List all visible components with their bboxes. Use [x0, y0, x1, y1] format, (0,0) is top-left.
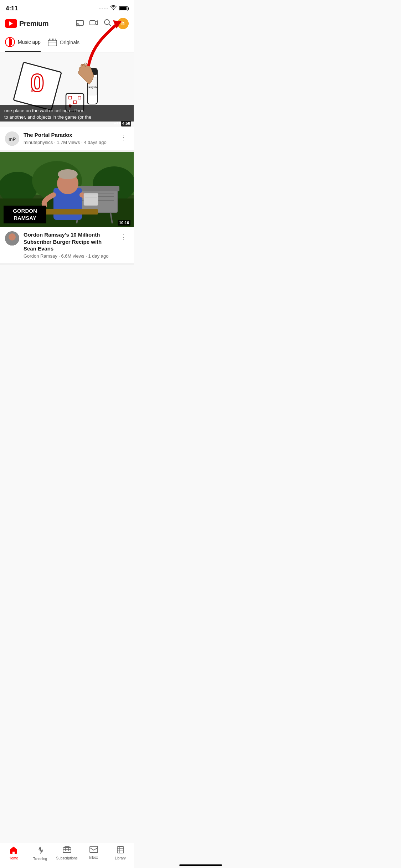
- originals-clapboard-icon: [48, 38, 57, 46]
- svg-text:10:16: 10:16: [119, 221, 129, 225]
- search-button[interactable]: [104, 19, 112, 28]
- tabs-row: Music app Originals: [0, 33, 134, 52]
- wifi-icon: [110, 5, 117, 12]
- svg-point-1: [76, 26, 77, 27]
- music-app-icon: [5, 37, 15, 47]
- app-title: Premium: [19, 20, 48, 28]
- minutephysics-avatar: mP: [5, 131, 19, 146]
- svg-rect-2: [90, 21, 95, 25]
- svg-text:mP: mP: [9, 136, 16, 142]
- svg-point-10: [31, 89, 34, 92]
- status-bar: 4:11: [0, 0, 134, 15]
- video-views-2: 6.6M views: [61, 253, 84, 259]
- user-avatar[interactable]: h: [117, 18, 129, 29]
- video-info-2: Gordon Ramsay's 10 Millionth Subscriber …: [24, 231, 114, 259]
- header-actions: h: [76, 18, 129, 29]
- tab-music-app[interactable]: Music app: [5, 33, 41, 52]
- channel-name-1: minutephysics: [24, 140, 53, 145]
- video-views-1: 1.7M views: [57, 140, 80, 145]
- svg-text:RAMSAY: RAMSAY: [14, 215, 36, 221]
- svg-point-41: [58, 169, 78, 179]
- video-thumbnail-2[interactable]: GORDON RAMSAY 10:16: [0, 152, 134, 227]
- youtube-logo: Premium: [5, 19, 76, 28]
- svg-text:to another, and objects in the: to another, and objects in the game (or …: [4, 114, 91, 120]
- svg-rect-53: [7, 241, 17, 246]
- tab-originals-label: Originals: [60, 40, 79, 45]
- video-age-1: 4 days ago: [84, 140, 107, 145]
- svg-rect-21: [119, 122, 121, 124]
- svg-rect-19: [114, 123, 116, 124]
- drawing-scene: 0 Crayola: [0, 52, 134, 127]
- app-header: Premium h: [0, 15, 134, 33]
- signal-dots-icon: [99, 8, 108, 9]
- thumbnail-svg-1: 0 Crayola: [0, 52, 134, 127]
- thumbnail-svg-2: GORDON RAMSAY 10:16: [0, 152, 134, 227]
- more-options-button-2[interactable]: ⋮: [119, 231, 129, 243]
- svg-text:GORDON: GORDON: [13, 208, 37, 214]
- camera-button[interactable]: [89, 20, 98, 27]
- video-sub-1: minutephysics · 1.7M views · 4 days ago: [24, 140, 114, 145]
- video-info-1: The Portal Paradox minutephysics · 1.7M …: [24, 131, 114, 145]
- battery-icon: [119, 6, 128, 11]
- status-time: 4:11: [6, 5, 18, 12]
- svg-text:one place on the wall or ceili: one place on the wall or ceiling or floo…: [4, 108, 84, 113]
- music-play-icon: [8, 39, 12, 45]
- channel-name-2: Gordon Ramsay: [24, 253, 57, 259]
- youtube-play-icon: [5, 19, 17, 28]
- svg-rect-20: [117, 122, 118, 124]
- video-meta-1: mP The Portal Paradox minutephysics · 1.…: [0, 127, 134, 152]
- video-sub-2: Gordon Ramsay · 6.6M views · 1 day ago: [24, 253, 114, 259]
- cast-button[interactable]: [76, 19, 84, 28]
- status-icons: [99, 5, 128, 12]
- svg-text:0: 0: [30, 69, 44, 97]
- video-age-2: 1 day ago: [88, 253, 108, 259]
- svg-rect-6: [48, 40, 57, 46]
- channel-avatar-2[interactable]: [5, 231, 19, 246]
- video-title-2: Gordon Ramsay's 10 Millionth Subscriber …: [24, 231, 114, 252]
- tab-music-label: Music app: [18, 39, 41, 45]
- video-title-1: The Portal Paradox: [24, 131, 114, 139]
- channel-avatar-1[interactable]: mP: [5, 131, 19, 146]
- video-thumbnail-1[interactable]: 0 Crayola: [0, 52, 134, 127]
- gordon-avatar: [5, 231, 19, 246]
- svg-point-52: [9, 233, 16, 241]
- more-options-button-1[interactable]: ⋮: [119, 131, 129, 143]
- tab-originals[interactable]: Originals: [48, 34, 79, 51]
- svg-text:4:58: 4:58: [122, 121, 130, 125]
- video-meta-2: Gordon Ramsay's 10 Millionth Subscriber …: [0, 227, 134, 265]
- svg-text:Crayola: Crayola: [87, 85, 98, 89]
